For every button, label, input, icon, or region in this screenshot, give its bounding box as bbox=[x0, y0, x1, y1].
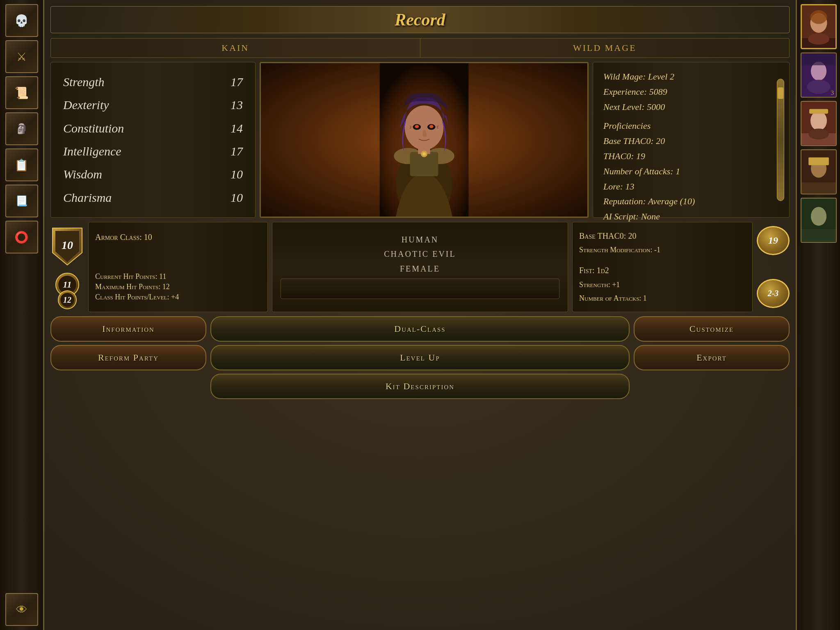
portrait-face-2: 3 bbox=[801, 53, 836, 97]
ai-script-text: AI Script: None bbox=[603, 210, 779, 223]
ring-icon: ⭕ bbox=[14, 231, 29, 244]
portrait-btn-5[interactable] bbox=[801, 198, 837, 243]
skull-icon: 💀 bbox=[14, 14, 29, 27]
map-icon: 📋 bbox=[14, 158, 29, 172]
svg-point-4 bbox=[808, 33, 829, 45]
charisma-value: 10 bbox=[226, 191, 243, 205]
wisdom-value: 10 bbox=[226, 167, 243, 181]
svg-rect-7 bbox=[801, 54, 836, 66]
combat-area: Base THAC0: 20 Strength Modification: -1… bbox=[572, 222, 790, 312]
sidebar-btn-scroll2[interactable]: 📃 bbox=[5, 185, 38, 217]
hp-badges: 11 12 bbox=[50, 270, 84, 311]
character-portrait-frame bbox=[260, 62, 589, 218]
strength-mod-label: Strength Modification: -1 bbox=[579, 246, 746, 254]
svg-text:3: 3 bbox=[831, 89, 834, 96]
strength-label: Strength bbox=[63, 75, 105, 89]
information-button[interactable]: Information bbox=[50, 316, 206, 342]
thac0-text: THAC0: 19 bbox=[603, 150, 779, 163]
svg-point-8 bbox=[807, 80, 830, 94]
sidebar-btn-ring[interactable]: ⭕ bbox=[5, 221, 38, 253]
sidebar-btn-skull[interactable]: 💀 bbox=[5, 4, 38, 37]
svg-text:10: 10 bbox=[62, 239, 73, 251]
text-stats-panel: Armor Class: 10 Current Hit Points: 11 M… bbox=[88, 222, 268, 312]
experience-text: Experience: 5089 bbox=[603, 86, 779, 98]
portrait-btn-3[interactable] bbox=[801, 101, 837, 146]
charisma-label: Charisma bbox=[63, 191, 112, 205]
export-button[interactable]: Export bbox=[634, 345, 790, 370]
attacks-right-label: Number of Attacks: 1 bbox=[579, 294, 746, 303]
character-class: WILD MAGE bbox=[420, 39, 790, 57]
sidebar-btn-head[interactable]: 🗿 bbox=[5, 112, 38, 145]
intelligence-value: 17 bbox=[226, 144, 243, 158]
gender-label: FEMALE bbox=[400, 264, 440, 274]
fist-badge-value: 2-3 bbox=[768, 289, 779, 298]
strength-value: 17 bbox=[226, 75, 243, 89]
sidebar-btn-sword[interactable]: ⚔ bbox=[5, 40, 38, 73]
stat-row-dexterity: Dexterity 13 bbox=[63, 98, 243, 112]
svg-rect-12 bbox=[809, 109, 828, 114]
armor-class-label: Armor Class: 10 bbox=[95, 233, 261, 242]
character-portrait bbox=[261, 63, 587, 217]
portrait-btn-4[interactable] bbox=[801, 149, 837, 194]
hp-labels: Current Hit Points: 11 Maximum Hit Point… bbox=[95, 272, 261, 301]
thac0-badge: 19 bbox=[757, 226, 790, 255]
sidebar-btn-eye[interactable]: 👁 bbox=[5, 593, 38, 626]
svg-point-20 bbox=[810, 207, 826, 226]
level-up-button[interactable]: Level Up bbox=[210, 345, 630, 370]
title-bar: Record bbox=[50, 6, 790, 33]
current-hp-label: Current Hit Points: 11 bbox=[95, 272, 261, 281]
svg-point-2 bbox=[810, 10, 827, 24]
sidebar-btn-scroll[interactable]: 📜 bbox=[5, 76, 38, 109]
stats-area: Strength 17 Dexterity 13 Constitution 14… bbox=[50, 62, 790, 218]
svg-text:11: 11 bbox=[63, 279, 72, 290]
center-buttons: Dual-Class Level Up Kit Description bbox=[210, 316, 630, 399]
wisdom-label: Wisdom bbox=[63, 167, 102, 181]
scroll-icon: 📜 bbox=[14, 86, 29, 100]
kit-description-button[interactable]: Kit Description bbox=[210, 374, 630, 399]
max-hp-label: Maximum Hit Points: 12 bbox=[95, 283, 261, 291]
reform-party-button[interactable]: Reform Party bbox=[50, 345, 206, 370]
stat-row-strength: Strength 17 bbox=[63, 75, 243, 89]
armor-shield-container: 10 bbox=[50, 226, 84, 267]
right-buttons: Customize Export bbox=[634, 316, 790, 399]
constitution-label: Constitution bbox=[63, 121, 124, 135]
sword-icon: ⚔ bbox=[16, 50, 27, 64]
shield-column: 10 bbox=[50, 222, 84, 312]
constitution-value: 14 bbox=[226, 121, 243, 135]
sidebar-btn-map[interactable]: 📋 bbox=[5, 148, 38, 181]
svg-point-32 bbox=[415, 125, 419, 128]
page-title: Record bbox=[59, 10, 781, 30]
eye-icon: 👁 bbox=[16, 603, 27, 616]
portrait-btn-2[interactable]: 3 bbox=[801, 52, 837, 98]
stat-row-intelligence: Intelligence 17 bbox=[63, 144, 243, 158]
dexterity-value: 13 bbox=[226, 98, 243, 112]
fist-badge: 2-3 bbox=[757, 279, 790, 308]
scroll-thumb bbox=[778, 87, 783, 99]
lore-text: Lore: 13 bbox=[603, 180, 779, 193]
stat-row-charisma: Charisma 10 bbox=[63, 191, 243, 205]
portrait-face-4 bbox=[801, 150, 836, 194]
lower-section: 10 bbox=[50, 222, 790, 312]
svg-rect-17 bbox=[808, 158, 829, 165]
left-sidebar: 💀 ⚔ 📜 🗿 📋 📃 ⭕ 👁 bbox=[0, 0, 44, 630]
portrait-face-1 bbox=[802, 5, 835, 48]
right-sidebar: 3 bbox=[796, 0, 840, 630]
svg-point-11 bbox=[810, 111, 826, 130]
proficiencies-text: Proficiencies bbox=[603, 120, 779, 132]
main-content: Record KAIN WILD MAGE Strength 17 Dexter… bbox=[44, 0, 796, 630]
dual-class-button[interactable]: Dual-Class bbox=[210, 316, 630, 342]
race-gender-panel: HUMAN CHAOTIC EVIL FEMALE bbox=[272, 222, 568, 312]
stats-panel: Strength 17 Dexterity 13 Constitution 14… bbox=[50, 62, 256, 218]
armor-hp-area: 10 bbox=[50, 222, 268, 312]
base-thac0-right-label: Base THAC0: 20 bbox=[579, 231, 746, 241]
hp-badge: 11 12 bbox=[50, 270, 84, 311]
action-buttons-area: Information Reform Party Dual-Class Leve… bbox=[50, 316, 790, 399]
alignment-label: CHAOTIC EVIL bbox=[384, 249, 456, 259]
scroll2-icon: 📃 bbox=[16, 195, 28, 207]
attacks-text: Number of Attacks: 1 bbox=[603, 165, 779, 178]
portrait-btn-1[interactable] bbox=[801, 4, 837, 49]
class-hp-label: Class Hit Points/Level: +4 bbox=[95, 293, 261, 301]
svg-point-14 bbox=[808, 128, 829, 139]
customize-button[interactable]: Customize bbox=[634, 316, 790, 342]
svg-point-35 bbox=[422, 153, 426, 156]
